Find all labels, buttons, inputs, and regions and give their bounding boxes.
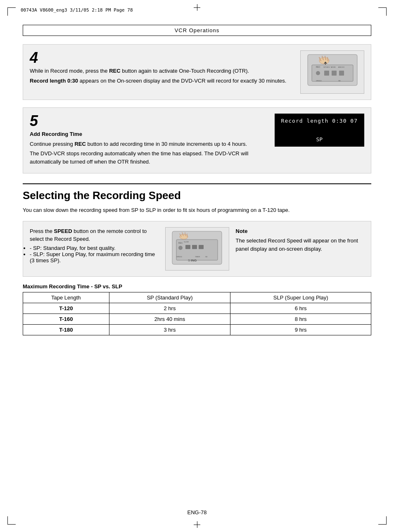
table-cell-0-2: 6 hrs bbox=[230, 303, 371, 314]
svg-rect-25 bbox=[192, 245, 197, 249]
table-row: T-1202 hrs6 hrs bbox=[23, 303, 371, 314]
press-text1: Press the bbox=[30, 228, 54, 234]
svg-line-16 bbox=[328, 57, 328, 61]
step5-subtitle: Add Recording Time bbox=[30, 130, 268, 138]
selecting-speed-intro: You can slow down the recording speed fr… bbox=[23, 206, 371, 214]
svg-rect-3 bbox=[324, 71, 329, 76]
step4-para1: While in Record mode, press the REC butt… bbox=[30, 67, 294, 75]
slp-text: Super Long Play, for maximum recording t… bbox=[30, 251, 155, 264]
table-header-row: Tape Length SP (Standard Play) SLP (Supe… bbox=[23, 292, 371, 303]
table-body: T-1202 hrs6 hrsT-1602hrs 40 mins8 hrsT-1… bbox=[23, 303, 371, 335]
step4-text1: While in Record mode, press the bbox=[30, 68, 109, 74]
step4-box: 4 While in Record mode, press the REC bu… bbox=[23, 44, 371, 100]
svg-rect-5 bbox=[339, 71, 344, 76]
step4-text3: appears on the On-screen display and the… bbox=[78, 78, 286, 84]
section-header-text: VCR Operations bbox=[175, 27, 220, 33]
speed-bold1: SPEED bbox=[54, 228, 72, 234]
step5-osd: Record length 0:30 07 SP bbox=[275, 114, 364, 147]
table-cell-1-1: 2hrs 40 mins bbox=[109, 314, 230, 324]
svg-text:TIMER: TIMER bbox=[195, 256, 200, 258]
speed-vcr-image: REC SLOW SPEED TIMER SE ING S bbox=[165, 227, 229, 271]
svg-text:MODE: MODE bbox=[331, 66, 336, 68]
sp-item: - SP: Standard Play, for best quality. bbox=[30, 245, 159, 251]
svg-text:SP/VIEV: SP/VIEV bbox=[323, 66, 330, 68]
svg-point-21 bbox=[178, 246, 183, 250]
note-text: The selected Record Speed will appear on… bbox=[236, 237, 365, 253]
svg-text:S: S bbox=[188, 259, 190, 262]
speed-list: - SP: Standard Play, for best quality. -… bbox=[30, 245, 159, 264]
step4-vcr-image: REC SP/VIEV MODE ANC/UC SPEED SB bbox=[300, 50, 364, 94]
step4-text2: button again to activate One-Touch Recor… bbox=[121, 68, 249, 74]
selecting-speed-title: Selecting the Recording Speed bbox=[23, 183, 371, 202]
recording-time-table: Tape Length SP (Standard Play) SLP (Supe… bbox=[23, 292, 371, 335]
svg-rect-24 bbox=[185, 245, 190, 249]
reg-cross-bottom bbox=[194, 521, 200, 528]
svg-text:SLOW: SLOW bbox=[184, 241, 189, 243]
step4-bold1: REC bbox=[109, 68, 120, 74]
osd-label2: length bbox=[306, 118, 328, 124]
table-cell-0-1: 2 hrs bbox=[109, 303, 230, 314]
step5-text: 5 Add Recording Time Continue pressing R… bbox=[30, 114, 268, 167]
speed-para1: Press the SPEED button on the remote con… bbox=[30, 227, 159, 243]
table-cell-1-0: T-160 bbox=[23, 314, 109, 324]
svg-text:ANC/UC: ANC/UC bbox=[338, 66, 344, 68]
sp-label: - SP: bbox=[30, 245, 42, 251]
svg-text:REC: REC bbox=[178, 242, 183, 244]
svg-rect-4 bbox=[332, 71, 337, 76]
corner-mark-bl bbox=[7, 516, 16, 525]
table-row: T-1602hrs 40 mins8 hrs bbox=[23, 314, 371, 324]
svg-point-2 bbox=[316, 71, 320, 75]
table-cell-0-0: T-120 bbox=[23, 303, 109, 314]
slp-label: - SLP: bbox=[30, 251, 45, 257]
file-info: 00743A V8600_eng3 3/11/05 2:18 PM Page 7… bbox=[21, 7, 133, 13]
table-title: Maximum Recording Time - SP vs. SLP bbox=[23, 283, 371, 290]
table-cell-2-1: 3 hrs bbox=[109, 324, 230, 335]
step5-bold1: REC bbox=[74, 141, 85, 147]
corner-mark-tr bbox=[378, 7, 387, 16]
svg-point-30 bbox=[180, 234, 188, 239]
sp-text: Standard Play, for best quality. bbox=[42, 245, 116, 251]
table-section: Maximum Recording Time - SP vs. SLP Tape… bbox=[23, 283, 371, 335]
page-footer: ENG-78 bbox=[188, 509, 207, 515]
svg-rect-26 bbox=[199, 245, 204, 249]
step5-number: 5 bbox=[30, 114, 265, 128]
corner-mark-tl bbox=[7, 7, 16, 16]
page-number: ENG-78 bbox=[188, 509, 207, 515]
step5-text1: Continue pressing bbox=[30, 141, 74, 147]
table-row: T-1803 hrs9 hrs bbox=[23, 324, 371, 335]
osd-label1: Record bbox=[281, 118, 303, 124]
osd-top-row: Record length 0:30 07 bbox=[281, 118, 358, 124]
svg-text:SB: SB bbox=[338, 80, 341, 82]
svg-text:SPEED: SPEED bbox=[316, 80, 322, 82]
table-cell-1-2: 8 hrs bbox=[230, 314, 371, 324]
col-tape-length: Tape Length bbox=[23, 292, 109, 303]
step4-bold2: Record length 0:30 bbox=[30, 78, 78, 84]
step4-text: 4 While in Record mode, press the REC bu… bbox=[30, 50, 294, 86]
osd-value: 0:30 bbox=[332, 118, 347, 124]
speed-text: Press the SPEED button on the remote con… bbox=[30, 227, 159, 271]
table-cell-2-0: T-180 bbox=[23, 324, 109, 335]
note-title: Note bbox=[236, 227, 365, 235]
osd-channel: 07 bbox=[350, 118, 358, 124]
step4-para2: Record length 0:30 appears on the On-scr… bbox=[30, 77, 294, 85]
step5-text2: button to add recording time in 30 minut… bbox=[86, 141, 247, 147]
col-sp: SP (Standard Play) bbox=[109, 292, 230, 303]
note-box: Note The selected Record Speed will appe… bbox=[236, 227, 365, 271]
slp-item: - SLP: Super Long Play, for maximum reco… bbox=[30, 251, 159, 264]
step4-number: 4 bbox=[30, 50, 290, 65]
svg-text:ING: ING bbox=[191, 259, 197, 262]
speed-selection-box: Press the SPEED button on the remote con… bbox=[23, 221, 371, 277]
table-cell-2-2: 9 hrs bbox=[230, 324, 371, 335]
col-slp: SLP (Super Long Play) bbox=[230, 292, 371, 303]
svg-line-33 bbox=[185, 233, 185, 236]
svg-text:REC: REC bbox=[316, 66, 320, 68]
corner-mark-br bbox=[378, 516, 387, 525]
section-header: VCR Operations bbox=[23, 25, 371, 36]
step5-para1: Continue pressing REC button to add reco… bbox=[30, 140, 268, 148]
svg-text:SPEED: SPEED bbox=[176, 256, 182, 258]
step5-box: 5 Add Recording Time Continue pressing R… bbox=[23, 107, 371, 173]
reg-cross-top bbox=[194, 4, 200, 11]
svg-text:SE: SE bbox=[205, 256, 208, 258]
osd-mode: SP bbox=[281, 136, 358, 142]
step5-para2: The DVD-VCR stops recording automaticall… bbox=[30, 150, 268, 166]
